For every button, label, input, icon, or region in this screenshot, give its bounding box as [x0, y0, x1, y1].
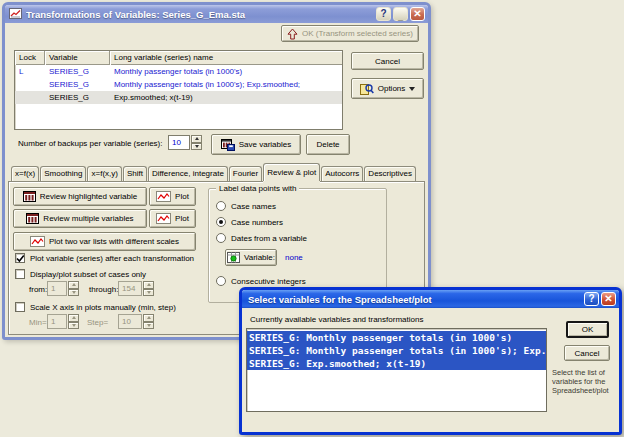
variable-button[interactable]: Variable:	[225, 249, 277, 266]
min-label: Min=	[29, 318, 47, 327]
spinner-down-icon[interactable]	[143, 289, 154, 297]
tab-x-fx[interactable]: x=f(x)	[11, 166, 39, 181]
review-highlighted-button[interactable]: Review highlighted variable	[13, 187, 147, 206]
cancel-label: Cancel	[375, 57, 400, 66]
min-spinner[interactable]: 1	[47, 314, 79, 329]
spinner-up-icon[interactable]	[68, 281, 79, 289]
spinner-up-icon[interactable]	[191, 135, 202, 143]
spinner-down-icon[interactable]	[191, 143, 202, 151]
cell-long-name: Monthly passenger totals (in 1000's); Ex…	[110, 80, 342, 89]
main-titlebar[interactable]: Transformations of Variables: Series_G_E…	[5, 5, 428, 23]
spinner-down-icon[interactable]	[143, 322, 154, 330]
ok-transform-label: OK (Transform selected series)	[302, 29, 413, 38]
plot-after-transform-checkbox[interactable]	[15, 253, 25, 263]
help-icon[interactable]: ?	[584, 292, 599, 306]
case-names-radio[interactable]	[216, 201, 226, 211]
chevron-down-icon	[409, 87, 415, 91]
plot-two-lists-button[interactable]: Plot two var lists with different scales	[13, 232, 196, 251]
tab-x-fxy[interactable]: x=f(x,y)	[87, 166, 121, 181]
review-multiple-button[interactable]: Review multiple variables	[13, 209, 147, 228]
step-value[interactable]: 10	[118, 314, 142, 329]
column-header-lock[interactable]: Lock	[15, 51, 45, 65]
through-spinner[interactable]: 154	[118, 281, 154, 296]
case-numbers-label: Case numbers	[231, 218, 283, 227]
save-variables-button[interactable]: Save variables	[211, 134, 301, 155]
close-icon[interactable]: ✕	[601, 292, 616, 306]
help-icon[interactable]: ?	[376, 7, 391, 21]
column-header-variable[interactable]: Variable	[45, 51, 110, 65]
ok-label: OK	[582, 325, 594, 334]
list-item[interactable]: SERIES_G: Monthly passenger totals (in 1…	[247, 331, 546, 344]
options-button[interactable]: Options	[351, 78, 424, 99]
review-multiple-label: Review multiple variables	[43, 214, 133, 223]
through-value[interactable]: 154	[118, 281, 142, 296]
plot-multiple-button[interactable]: Plot	[149, 209, 196, 228]
plot-icon	[156, 213, 171, 224]
list-item[interactable]: SERIES_G: Monthly passenger totals (in 1…	[247, 344, 546, 357]
available-variables-list[interactable]: SERIES_G: Monthly passenger totals (in 1…	[246, 328, 547, 412]
from-value[interactable]: 1	[47, 281, 67, 296]
variables-list[interactable]: Lock Variable Long variable (series) nam…	[14, 50, 343, 130]
scale-x-checkbox[interactable]	[15, 302, 25, 312]
variable-value: none	[285, 253, 303, 262]
min-value[interactable]: 1	[47, 314, 67, 329]
variable-button-label: Variable:	[244, 253, 275, 262]
tab-fourier[interactable]: Fourier	[229, 166, 262, 181]
case-numbers-radio[interactable]	[216, 217, 226, 227]
review-highlighted-label: Review highlighted variable	[40, 192, 137, 201]
subset-checkbox[interactable]	[15, 269, 25, 279]
plot-icon	[156, 191, 171, 202]
ok-transform-button[interactable]: OK (Transform selected series)	[281, 25, 419, 42]
ok-button[interactable]: OK	[566, 321, 609, 338]
spreadsheet-icon	[26, 213, 39, 224]
plot-icon	[30, 236, 45, 247]
plot-after-transform-label: Plot variable (series) after each transf…	[30, 254, 194, 263]
consecutive-label: Consecutive integers	[231, 277, 306, 286]
spreadsheet-icon	[23, 191, 36, 202]
case-names-label: Case names	[231, 202, 276, 211]
table-row[interactable]: SERIES_G Monthly passenger totals (in 10…	[15, 78, 342, 91]
backups-spinner[interactable]: 10	[168, 135, 202, 150]
table-row-highlighted[interactable]: SERIES_G Exp.smoothed; x(t-19)	[15, 91, 342, 104]
cancel-button[interactable]: Cancel	[351, 52, 424, 70]
backups-value[interactable]: 10	[168, 135, 190, 150]
tab-shift[interactable]: Shift	[123, 166, 147, 181]
tab-smoothing[interactable]: Smoothing	[40, 166, 86, 181]
tab-review-plot[interactable]: Review & plot	[263, 163, 320, 181]
table-row[interactable]: L SERIES_G Monthly passenger totals (in …	[15, 65, 342, 78]
from-spinner[interactable]: 1	[47, 281, 79, 296]
column-header-long-name[interactable]: Long variable (series) name	[110, 51, 342, 65]
spinner-down-icon[interactable]	[68, 289, 79, 297]
select-dialog-titlebar[interactable]: Select variables for the Spreadsheet/plo…	[242, 290, 619, 308]
main-dialog-title: Transformations of Variables: Series_G_E…	[26, 9, 376, 20]
tab-descriptives[interactable]: Descriptives	[364, 166, 416, 181]
plot-highlighted-button[interactable]: Plot	[149, 187, 196, 206]
up-arrow-icon	[287, 28, 298, 40]
tab-autocorrs[interactable]: Autocorrs	[321, 166, 363, 181]
close-icon[interactable]: ✕	[410, 7, 425, 21]
plot-label: Plot	[175, 214, 189, 223]
cancel-label: Cancel	[575, 349, 600, 358]
subset-label: Display/plot subset of cases only	[30, 270, 146, 279]
select-variables-dialog: Select variables for the Spreadsheet/plo…	[239, 287, 622, 435]
consecutive-radio[interactable]	[216, 276, 226, 286]
variable-grid-icon	[227, 252, 240, 263]
spinner-up-icon[interactable]	[143, 281, 154, 289]
save-icon	[221, 139, 235, 151]
plot-two-lists-label: Plot two var lists with different scales	[49, 237, 179, 246]
cancel-button[interactable]: Cancel	[564, 345, 610, 361]
spinner-down-icon[interactable]	[68, 322, 79, 330]
minimize-icon[interactable]: _	[393, 7, 408, 21]
save-variables-label: Save variables	[239, 140, 291, 149]
tab-strip: x=f(x) Smoothing x=f(x,y) Shift Differen…	[11, 163, 428, 181]
dates-radio[interactable]	[216, 233, 226, 243]
tab-difference-integrate[interactable]: Difference, integrate	[148, 166, 228, 181]
spinner-up-icon[interactable]	[68, 314, 79, 322]
spinner-up-icon[interactable]	[143, 314, 154, 322]
delete-button[interactable]: Delete	[306, 134, 350, 155]
desktop-background: Transformations of Variables: Series_G_E…	[0, 0, 624, 437]
cell-lock: L	[15, 67, 45, 76]
variables-list-header: Lock Variable Long variable (series) nam…	[15, 51, 342, 65]
list-item[interactable]: SERIES_G: Exp.smoothed; x(t-19)	[247, 357, 546, 370]
step-spinner[interactable]: 10	[118, 314, 154, 329]
